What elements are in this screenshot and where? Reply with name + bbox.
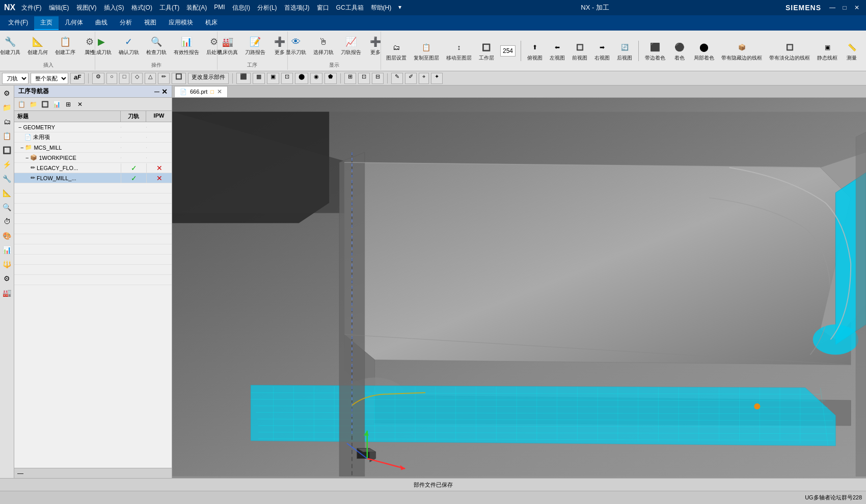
menu-format[interactable]: 格式(O)	[128, 3, 155, 13]
tb2-tool1[interactable]: ⚙	[92, 73, 104, 84]
minimize-button[interactable]: —	[827, 3, 837, 13]
top-view-button[interactable]: ⬆ 俯视图	[524, 38, 546, 64]
toolpath-report-button[interactable]: 📈 刀轨报告	[338, 33, 364, 58]
nav-tab-machine[interactable]: 机床	[199, 16, 224, 30]
menu-pmi[interactable]: PMI	[211, 3, 228, 13]
static-wireframe-button[interactable]: ▣ 静态线框	[814, 38, 841, 64]
wireframe-hidden-button[interactable]: 📦 带有隐藏边的线框	[718, 38, 765, 64]
navigator-minimize-button[interactable]: ─	[154, 88, 159, 96]
nav-tab-file[interactable]: 文件(F)	[2, 16, 34, 30]
menu-view[interactable]: 视图(V)	[73, 3, 100, 13]
close-button[interactable]: ✕	[852, 3, 862, 13]
tb2-snap4[interactable]: ✦	[431, 73, 443, 84]
menu-file[interactable]: 文件(F)	[18, 3, 44, 13]
show-toolpath-button[interactable]: 👁 显示刀轨	[283, 33, 309, 58]
front-view-button[interactable]: 🔲 前视图	[569, 38, 590, 64]
tb2-snap1[interactable]: ✎	[391, 73, 403, 84]
tb2-view7[interactable]: ⬟	[324, 73, 337, 84]
tree-row[interactable]: − GEOMETRY	[14, 122, 172, 132]
af-badge[interactable]: aF	[70, 73, 85, 84]
back-view-button[interactable]: 🔄 后视图	[614, 38, 635, 64]
path-report-button[interactable]: 📝 刀路报告	[242, 33, 268, 58]
tb2-tool3[interactable]: □	[119, 73, 130, 84]
left-view-button[interactable]: ⬅ 左视图	[547, 38, 568, 64]
menu-expand[interactable]: ▾	[395, 3, 404, 13]
menu-gc[interactable]: GC工具箱	[333, 3, 367, 13]
side-icon-5[interactable]: ⚡	[2, 159, 13, 170]
tree-row[interactable]: − 📦 1WORKPIECE	[14, 153, 172, 163]
measure-button[interactable]: 📏 测量	[842, 38, 862, 64]
navigator-close-button[interactable]: ✕	[161, 88, 168, 96]
side-icon-3[interactable]: 📋	[2, 130, 13, 142]
nav-tab-curve[interactable]: 曲线	[89, 16, 114, 30]
tree-row[interactable]: ✏ FLOW_MILL_... ✓ ✕	[14, 173, 172, 183]
partial-shade-button[interactable]: ⬤ 局部着色	[691, 38, 717, 64]
tree-row[interactable]: ✏ LEGACY_FLO... ✓ ✕	[14, 163, 172, 173]
tb2-view5[interactable]: ⬤	[295, 73, 308, 84]
menu-analysis[interactable]: 分析(L)	[254, 3, 280, 13]
side-icon-2[interactable]: 🗂	[2, 116, 13, 127]
side-icon-1[interactable]: 📁	[2, 102, 13, 113]
tb2-tool6[interactable]: ✏	[158, 73, 170, 84]
tb2-extra3[interactable]: ⊟	[372, 73, 384, 84]
nav-tool-4[interactable]: 📊	[51, 99, 62, 109]
gen-toolpath-button[interactable]: ▶ 生成刀轨	[88, 33, 115, 58]
change-display-btn[interactable]: 更改显示部件	[188, 73, 229, 84]
maximize-button[interactable]: □	[840, 3, 850, 13]
side-icon-10[interactable]: 🎨	[2, 230, 13, 241]
viewport-tab[interactable]: 📄 666.prt □ ✕	[174, 86, 228, 97]
right-view-button[interactable]: ➡ 右视图	[591, 38, 613, 64]
move-layer-button[interactable]: ↕ 移动至图层	[443, 38, 475, 64]
nav-tab-view[interactable]: 视图	[138, 16, 163, 30]
nav-tool-6[interactable]: ✕	[75, 99, 85, 109]
menu-assembly[interactable]: 装配(A)	[183, 3, 210, 13]
tb2-view6[interactable]: ◉	[310, 73, 322, 84]
tab-close-button[interactable]: ✕	[217, 88, 222, 95]
nav-tab-home[interactable]: 主页	[34, 16, 59, 30]
tb2-snap2[interactable]: ✐	[405, 73, 417, 84]
tb2-extra1[interactable]: ⊞	[344, 73, 356, 84]
create-tool-button[interactable]: 🔧 创建刀具	[0, 33, 23, 58]
nav-tab-app[interactable]: 应用模块	[163, 16, 199, 30]
tb2-tool7[interactable]: 🔲	[172, 73, 186, 84]
nav-tab-geometry[interactable]: 几何体	[59, 16, 89, 30]
3d-scene[interactable]	[172, 98, 866, 478]
shaded-edge-button[interactable]: ⬛ 带边着色	[642, 38, 668, 64]
tree-row[interactable]: − 📁 MCS_MILL	[14, 143, 172, 153]
layer-settings-button[interactable]: 🗂 图层设置	[383, 38, 410, 64]
menu-insert[interactable]: 插入(S)	[101, 3, 127, 13]
side-icon-7[interactable]: 📐	[2, 187, 13, 199]
side-icon-13[interactable]: ⚙	[2, 273, 13, 284]
tb2-view3[interactable]: ▣	[267, 73, 279, 84]
menu-tools[interactable]: 工具(T)	[156, 3, 182, 13]
nav-tool-3[interactable]: 🔲	[40, 99, 50, 109]
create-operation-button[interactable]: 📋 创建工序	[52, 33, 78, 58]
wireframe-faded-button[interactable]: 🔲 带有淡化边的线框	[766, 38, 813, 64]
tb2-extra2[interactable]: ⊡	[358, 73, 370, 84]
confirm-toolpath-button[interactable]: ✓ 确认刀轨	[116, 33, 142, 58]
side-icon-14[interactable]: 🏭	[2, 287, 13, 298]
nav-tool-1[interactable]: 📋	[16, 99, 26, 109]
tb2-view4[interactable]: ⊡	[281, 73, 293, 84]
side-icon-8[interactable]: 🔍	[2, 202, 13, 213]
tb2-tool4[interactable]: ◇	[131, 73, 143, 84]
side-icon-settings[interactable]: ⚙	[2, 88, 13, 99]
work-layer-button[interactable]: 🔲 工作层	[476, 38, 497, 64]
side-icon-4[interactable]: 🔲	[2, 145, 13, 156]
check-toolpath-button[interactable]: 🔍 检查刀轨	[143, 33, 170, 58]
machine-sim-button[interactable]: 🏭 机床仿真	[214, 33, 241, 58]
validity-report-button[interactable]: 📊 有效性报告	[171, 33, 202, 58]
tb2-snap3[interactable]: ⌖	[419, 73, 429, 84]
tb2-tool5[interactable]: △	[145, 73, 156, 84]
nav-tool-5[interactable]: ⊞	[63, 99, 73, 109]
tb2-tool2[interactable]: ○	[106, 73, 117, 84]
tb2-view2[interactable]: ▦	[253, 73, 265, 84]
tb2-view1[interactable]: ⬛	[236, 73, 251, 84]
nav-tab-analysis[interactable]: 分析	[114, 16, 138, 30]
menu-window[interactable]: 窗口	[314, 3, 332, 13]
assembly-select[interactable]: 整个装配	[31, 73, 68, 84]
tree-row[interactable]: 📄 未用项	[14, 132, 172, 143]
create-geometry-button[interactable]: 📐 创建几何	[24, 33, 51, 58]
nav-tool-2[interactable]: 📁	[28, 99, 38, 109]
side-icon-9[interactable]: ⏱	[2, 216, 13, 227]
